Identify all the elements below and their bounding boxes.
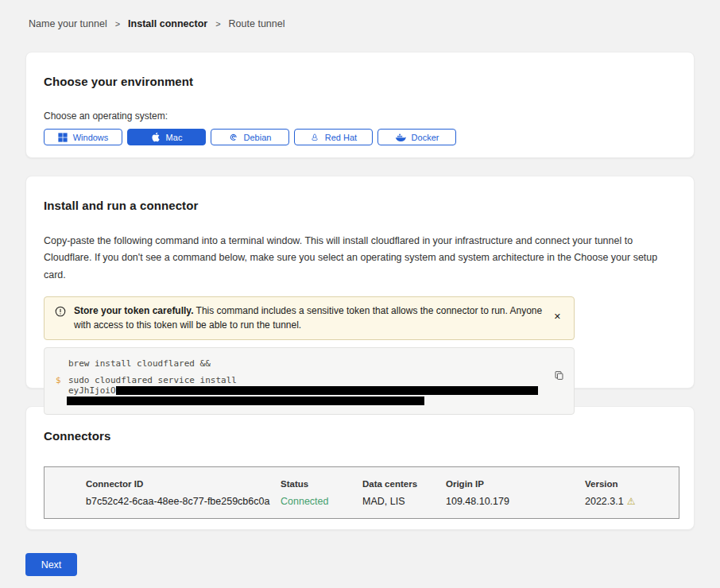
code-line-4 (56, 396, 563, 405)
copy-icon[interactable] (552, 369, 566, 385)
next-button[interactable]: Next (25, 553, 77, 576)
code-line-3: eyJhIjoiO (56, 385, 563, 396)
table-row: b7c52c42-6caa-48ee-8c77-fbe259cb6c0a Con… (86, 496, 679, 507)
connectors-table: Connector ID Status Data centers Origin … (44, 466, 679, 519)
close-icon[interactable]: ✕ (551, 310, 564, 323)
connectors-card-title: Connectors (44, 429, 671, 443)
os-button-group: Windows Mac Debian Red Hat (44, 129, 671, 145)
version-warning-icon: ⚠ (627, 496, 636, 507)
environment-card: Choose your environment Choose an operat… (25, 52, 695, 158)
docker-icon (395, 133, 406, 142)
connectors-card: Connectors Connector ID Status Data cent… (25, 406, 695, 530)
install-command-codeblock: brew install cloudflared && $sudo cloudf… (44, 347, 575, 415)
token-warning-text: Store your token carefully. This command… (74, 304, 543, 333)
os-button-windows[interactable]: Windows (44, 129, 122, 145)
environment-card-title: Choose your environment (44, 75, 671, 88)
debian-icon (229, 133, 238, 142)
header-origin-ip: Origin IP (446, 479, 585, 489)
os-button-mac[interactable]: Mac (127, 129, 206, 145)
install-connector-card: Install and run a connector Copy-paste t… (25, 176, 695, 389)
os-button-label: Mac (166, 133, 183, 142)
token-warning-bold: Store your token carefully. (74, 305, 194, 316)
redhat-icon (310, 133, 319, 142)
header-data-centers: Data centers (362, 479, 446, 489)
install-card-title: Install and run a connector (44, 199, 671, 212)
breadcrumb-step-name-your-tunnel[interactable]: Name your tunnel (29, 18, 107, 29)
cell-origin-ip: 109.48.10.179 (446, 496, 585, 507)
shell-prompt: $ (56, 375, 68, 385)
connectors-table-header: Connector ID Status Data centers Origin … (86, 479, 679, 489)
os-button-redhat[interactable]: Red Hat (294, 129, 373, 145)
os-button-label: Debian (244, 133, 272, 142)
cell-status: Connected (281, 496, 362, 507)
code-line-1: brew install cloudflared && (56, 358, 563, 369)
breadcrumb-step-route-tunnel[interactable]: Route tunnel (229, 18, 285, 29)
alert-circle-icon (55, 306, 66, 322)
header-version: Version (585, 479, 679, 489)
cell-data-centers: MAD, LIS (362, 496, 446, 507)
token-warning-banner: Store your token carefully. This command… (44, 296, 575, 340)
os-select-label: Choose an operating system: (44, 110, 671, 122)
header-status: Status (281, 479, 362, 489)
token-redaction-bar (116, 386, 538, 395)
cell-version: 2022.3.1⚠ (585, 496, 679, 507)
breadcrumb-step-install-connector[interactable]: Install connector (128, 18, 207, 29)
breadcrumb-separator: > (115, 19, 120, 29)
install-card-description: Copy-paste the following command into a … (44, 233, 671, 284)
code-line-2: $sudo cloudflared service install (56, 375, 563, 385)
token-redaction-bar (67, 397, 424, 405)
header-connector-id: Connector ID (86, 479, 281, 489)
os-button-label: Windows (73, 133, 109, 142)
cell-connector-id: b7c52c42-6caa-48ee-8c77-fbe259cb6c0a (86, 496, 281, 507)
os-button-debian[interactable]: Debian (211, 129, 289, 145)
os-button-docker[interactable]: Docker (377, 129, 456, 145)
apple-icon (151, 132, 161, 142)
page: Name your tunnel > Install connector > R… (0, 0, 720, 588)
breadcrumb-separator: > (215, 19, 220, 29)
os-button-label: Docker (412, 133, 439, 142)
windows-icon (58, 133, 68, 142)
os-button-label: Red Hat (325, 133, 357, 142)
breadcrumb: Name your tunnel > Install connector > R… (0, 0, 720, 29)
